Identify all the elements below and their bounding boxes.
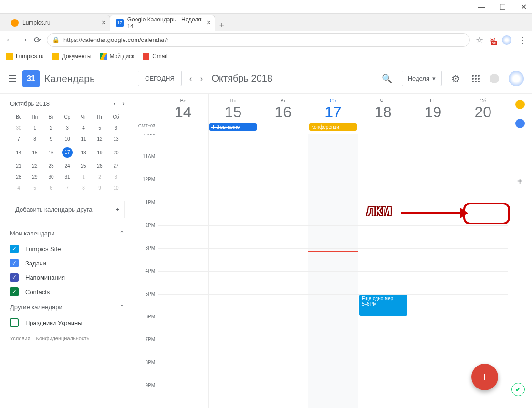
day-header[interactable]: Ср17: [308, 94, 358, 123]
time-cell[interactable]: [158, 203, 208, 225]
day-header[interactable]: Вт16: [258, 94, 308, 123]
tasks-icon[interactable]: [515, 119, 525, 128]
time-cell[interactable]: [208, 294, 258, 317]
mini-day[interactable]: 6: [108, 123, 124, 133]
time-cell[interactable]: [308, 157, 358, 180]
time-cell[interactable]: [158, 294, 208, 317]
mini-day[interactable]: 9: [43, 134, 59, 144]
time-cell[interactable]: Еще одно мер5–6PM: [358, 294, 408, 317]
mini-day[interactable]: 7: [60, 183, 75, 193]
day-header[interactable]: Вс14: [158, 94, 208, 123]
day-header[interactable]: Сб20: [458, 94, 508, 123]
time-cell[interactable]: [358, 225, 408, 248]
profile-extension-icon[interactable]: [502, 35, 511, 45]
time-cell[interactable]: [258, 363, 308, 386]
mini-day[interactable]: 23: [43, 161, 59, 171]
time-cell[interactable]: [358, 317, 408, 340]
time-cell[interactable]: [458, 157, 508, 180]
bookmark-item[interactable]: Мой диск: [100, 53, 135, 60]
time-cell[interactable]: [458, 248, 508, 271]
my-calendars-toggle[interactable]: Мои календари ⌃: [10, 225, 125, 242]
time-cell[interactable]: [408, 180, 458, 203]
browser-menu-button[interactable]: ⋮: [518, 35, 527, 45]
checkbox[interactable]: [10, 318, 19, 327]
time-cell[interactable]: [308, 386, 358, 408]
mini-day[interactable]: 10: [108, 183, 124, 193]
time-cell[interactable]: [458, 317, 508, 340]
time-cell[interactable]: [408, 271, 458, 294]
time-cell[interactable]: [258, 340, 308, 363]
time-cell[interactable]: [308, 340, 358, 363]
close-window-button[interactable]: ✕: [520, 4, 527, 10]
mini-day[interactable]: 15: [27, 145, 42, 160]
back-button[interactable]: ←: [5, 35, 14, 45]
time-cell[interactable]: [358, 271, 408, 294]
search-button[interactable]: 🔍: [382, 73, 392, 84]
address-bar[interactable]: 🔒 https://calendar.google.com/calendar/r: [47, 33, 470, 47]
browser-tab-0[interactable]: Lumpics.ru ×: [5, 15, 110, 31]
time-cell[interactable]: [308, 203, 358, 225]
time-cell[interactable]: [158, 271, 208, 294]
calendar-item[interactable]: ✓Напоминания: [10, 270, 125, 285]
mini-day[interactable]: 2: [92, 172, 107, 182]
time-cell[interactable]: [258, 248, 308, 271]
day-header[interactable]: Пт19: [408, 94, 458, 123]
time-cell[interactable]: [308, 363, 358, 386]
mini-day[interactable]: 10: [60, 134, 75, 144]
time-cell[interactable]: [208, 386, 258, 408]
time-cell[interactable]: [158, 225, 208, 248]
allday-cell[interactable]: [158, 123, 208, 134]
calendar-item[interactable]: ✓Задачи: [10, 256, 125, 270]
time-cell[interactable]: [458, 294, 508, 317]
prev-week-button[interactable]: ‹: [189, 74, 192, 83]
mini-day[interactable]: 24: [60, 161, 75, 171]
time-cell[interactable]: [408, 294, 458, 317]
calendar-item[interactable]: ✓Contacts: [10, 285, 125, 299]
time-cell[interactable]: [408, 363, 458, 386]
mail-extension-icon[interactable]: ✉ 58: [489, 35, 495, 44]
mini-day[interactable]: 29: [27, 172, 42, 182]
time-cell[interactable]: [408, 317, 458, 340]
time-cell[interactable]: [458, 180, 508, 203]
allday-cell[interactable]: Конференци: [308, 123, 358, 134]
time-cell[interactable]: [158, 157, 208, 180]
mini-day[interactable]: 30: [11, 123, 26, 133]
checkbox[interactable]: ✓: [10, 287, 19, 296]
event-block[interactable]: Еще одно мер5–6PM: [359, 295, 407, 316]
time-cell[interactable]: [258, 271, 308, 294]
mini-day[interactable]: 16: [43, 145, 59, 160]
mini-day[interactable]: 11: [76, 134, 91, 144]
mini-day[interactable]: 17: [60, 145, 75, 160]
mini-day[interactable]: 30: [43, 172, 59, 182]
day-header[interactable]: Чт18: [358, 94, 408, 123]
time-cell[interactable]: [308, 134, 358, 157]
checkbox[interactable]: ✓: [10, 245, 19, 253]
keep-icon[interactable]: [515, 100, 525, 109]
time-cell[interactable]: [208, 317, 258, 340]
mini-day[interactable]: 27: [108, 161, 124, 171]
time-cell[interactable]: [208, 340, 258, 363]
mini-day[interactable]: 1: [27, 123, 42, 133]
mini-day[interactable]: 18: [76, 145, 91, 160]
minimize-button[interactable]: —: [478, 4, 485, 10]
calendar-item[interactable]: ✓Lumpics Site: [10, 242, 125, 256]
time-cell[interactable]: [358, 248, 408, 271]
mini-day[interactable]: 13: [108, 134, 124, 144]
mini-day[interactable]: 4: [11, 183, 26, 193]
time-cell[interactable]: [308, 180, 358, 203]
allday-cell[interactable]: [258, 123, 308, 134]
star-button[interactable]: ☆: [476, 35, 483, 45]
allday-cell[interactable]: [358, 123, 408, 134]
time-cell[interactable]: [408, 248, 458, 271]
close-tab-icon[interactable]: ×: [102, 19, 106, 27]
forward-button[interactable]: →: [20, 35, 28, 45]
mini-next-button[interactable]: ›: [122, 100, 125, 107]
bookmark-item[interactable]: Документы: [52, 53, 92, 60]
mini-day[interactable]: 28: [11, 172, 26, 182]
time-cell[interactable]: [458, 340, 508, 363]
time-cell[interactable]: [408, 157, 458, 180]
time-cell[interactable]: [408, 340, 458, 363]
mini-day[interactable]: 31: [60, 172, 75, 182]
browser-tab-1[interactable]: 17 Google Календарь - Неделя: 14 ×: [110, 15, 215, 31]
next-week-button[interactable]: ›: [200, 74, 203, 83]
